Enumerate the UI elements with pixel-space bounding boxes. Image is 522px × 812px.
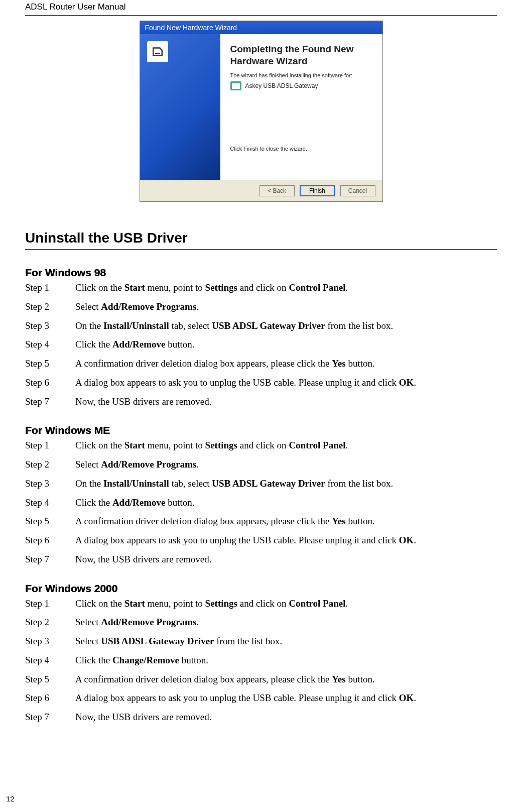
step-label: Step 2 [25, 616, 75, 628]
section-heading: For Windows 2000 [25, 583, 497, 595]
bold-term: OK [399, 377, 414, 388]
section-heading: For Windows ME [25, 424, 497, 436]
step-body: Click on the Start menu, point to Settin… [75, 282, 497, 294]
step-row: Step 3On the Install/Uninstall tab, sele… [25, 320, 497, 332]
cancel-button[interactable]: Cancel [340, 185, 375, 196]
step-row: Step 5A confirmation driver deletion dia… [25, 515, 497, 527]
step-row: Step 4Click the Add/Remove button. [25, 497, 497, 509]
step-label: Step 7 [25, 711, 75, 723]
step-body: A confirmation driver deletion dialog bo… [75, 673, 497, 685]
wizard-screenshot: Found New Hardware Wizard Completing the… [25, 21, 497, 202]
steps-list: Step 1Click on the Start menu, point to … [25, 598, 497, 723]
bold-term: Add/Remove [112, 339, 166, 350]
step-label: Step 3 [25, 478, 75, 490]
step-label: Step 7 [25, 553, 75, 565]
step-row: Step 4Click the Change/Remove button. [25, 654, 497, 666]
wizard-finish-note: Click Finish to close the wizard. [230, 146, 372, 152]
wizard-subtext: The wizard has finished installing the s… [230, 72, 372, 78]
bold-term: USB ADSL Gateway Driver [212, 478, 325, 489]
step-row: Step 6A dialog box appears to ask you to… [25, 534, 497, 546]
steps-list: Step 1Click on the Start menu, point to … [25, 439, 497, 565]
wizard-body: Completing the Found New Hardware Wizard… [140, 34, 382, 180]
wizard-device-row: Askey USB ADSL Gateway [230, 81, 372, 90]
bold-term: Add/Remove Programs [101, 617, 196, 627]
steps-list: Step 1Click on the Start menu, point to … [25, 282, 497, 407]
wizard-titlebar: Found New Hardware Wizard [140, 21, 382, 34]
step-label: Step 2 [25, 301, 75, 313]
bold-term: Add/Remove Programs [101, 459, 196, 470]
step-label: Step 5 [25, 673, 75, 685]
step-row: Step 4Click the Add/Remove button. [25, 338, 497, 351]
step-body: A confirmation driver deletion dialog bo… [75, 515, 497, 527]
step-label: Step 5 [25, 515, 75, 527]
step-row: Step 2Select Add/Remove Programs. [25, 616, 497, 628]
bold-term: OK [399, 535, 414, 545]
step-body: A confirmation driver deletion dialog bo… [75, 358, 497, 370]
bold-term: Settings [205, 282, 237, 293]
step-body: Select USB ADSL Gateway Driver from the … [75, 635, 497, 647]
wizard-content: Completing the Found New Hardware Wizard… [220, 34, 382, 180]
bold-term: Yes [332, 516, 345, 526]
step-row: Step 7Now, the USB drivers are removed. [25, 396, 497, 408]
step-body: Click on the Start menu, point to Settin… [75, 598, 497, 610]
step-label: Step 1 [25, 598, 75, 610]
step-label: Step 2 [25, 458, 75, 471]
step-label: Step 4 [25, 338, 75, 351]
bold-term: Install/Uninstall [103, 478, 169, 489]
bold-term: USB ADSL Gateway Driver [101, 636, 214, 646]
bold-term: Change/Remove [112, 655, 179, 665]
bold-term: OK [399, 692, 414, 703]
bold-term: Start [124, 282, 145, 293]
step-body: Select Add/Remove Programs. [75, 458, 497, 471]
hardware-icon [147, 41, 168, 62]
device-icon [230, 81, 241, 90]
step-label: Step 5 [25, 358, 75, 370]
step-body: Click the Add/Remove button. [75, 338, 497, 351]
step-body: Now, the USB drivers are removed. [75, 553, 497, 565]
main-heading: Uninstall the USB Driver [25, 230, 497, 250]
step-row: Step 6A dialog box appears to ask you to… [25, 377, 497, 389]
step-body: Select Add/Remove Programs. [75, 616, 497, 628]
step-body: Click on the Start menu, point to Settin… [75, 439, 497, 451]
step-row: Step 6A dialog box appears to ask you to… [25, 692, 497, 704]
bold-term: Settings [205, 440, 237, 450]
wizard-heading: Completing the Found New Hardware Wizard [230, 43, 372, 67]
step-label: Step 1 [25, 282, 75, 294]
step-row: Step 1Click on the Start menu, point to … [25, 282, 497, 294]
bold-term: Control Panel [289, 282, 345, 293]
step-row: Step 5A confirmation driver deletion dia… [25, 358, 497, 370]
step-row: Step 2Select Add/Remove Programs. [25, 458, 497, 471]
step-body: Select Add/Remove Programs. [75, 301, 497, 313]
step-row: Step 7Now, the USB drivers are removed. [25, 711, 497, 723]
wizard-dialog: Found New Hardware Wizard Completing the… [140, 21, 383, 202]
bold-term: Settings [205, 598, 237, 609]
step-body: On the Install/Uninstall tab, select USB… [75, 320, 497, 332]
bold-term: Add/Remove [112, 497, 166, 508]
bold-term: USB ADSL Gateway Driver [212, 320, 325, 331]
back-button[interactable]: < Back [259, 185, 295, 196]
step-label: Step 3 [25, 635, 75, 647]
bold-term: Start [124, 440, 145, 450]
step-body: Click the Change/Remove button. [75, 654, 497, 666]
step-label: Step 6 [25, 534, 75, 546]
step-row: Step 3On the Install/Uninstall tab, sele… [25, 478, 497, 490]
step-body: A dialog box appears to ask you to unplu… [75, 692, 497, 704]
step-row: Step 3Select USB ADSL Gateway Driver fro… [25, 635, 497, 647]
wizard-button-row: < Back Finish Cancel [140, 180, 382, 201]
section-heading: For Windows 98 [25, 267, 497, 279]
step-row: Step 1Click on the Start menu, point to … [25, 439, 497, 451]
bold-term: Yes [332, 358, 345, 369]
finish-button[interactable]: Finish [300, 185, 335, 196]
bold-term: Start [124, 598, 145, 609]
step-row: Step 7Now, the USB drivers are removed. [25, 553, 497, 565]
step-label: Step 1 [25, 439, 75, 451]
bold-term: Control Panel [289, 598, 345, 609]
page-number: 12 [6, 794, 15, 803]
step-body: A dialog box appears to ask you to unplu… [75, 377, 497, 389]
bold-term: Add/Remove Programs [101, 301, 196, 312]
step-label: Step 4 [25, 654, 75, 666]
bold-term: Yes [332, 674, 345, 684]
step-label: Step 6 [25, 377, 75, 389]
step-body: Click the Add/Remove button. [75, 497, 497, 509]
step-body: Now, the USB drivers are removed. [75, 711, 497, 723]
